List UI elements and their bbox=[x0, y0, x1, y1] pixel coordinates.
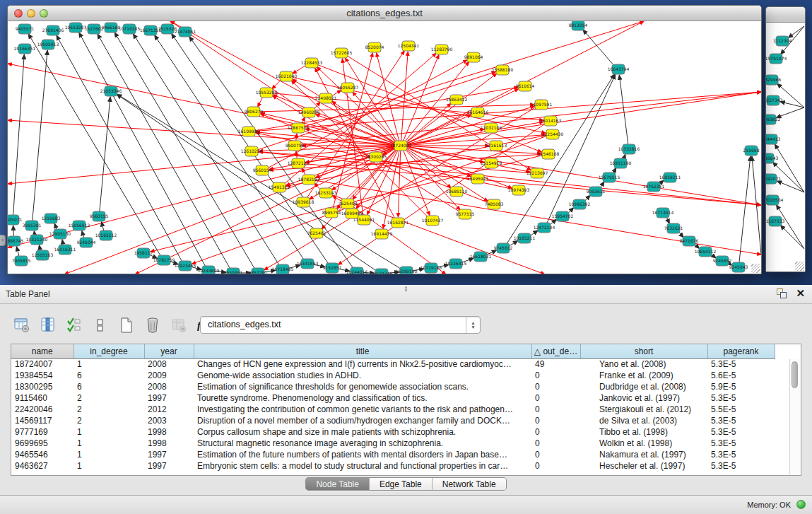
table-cell[interactable]: 2003 bbox=[144, 415, 194, 426]
table-cell[interactable]: Estimation of the future numbers of pati… bbox=[194, 449, 531, 460]
table-cell[interactable]: Estimation of significance thresholds fo… bbox=[194, 381, 531, 392]
delete-table-icon[interactable] bbox=[170, 316, 188, 334]
table-cell[interactable]: 2009 bbox=[144, 370, 194, 381]
table-cell[interactable]: 5.3E-5 bbox=[707, 415, 775, 426]
background-network-window[interactable]: 1112304157510749329966922734312093822124… bbox=[765, 6, 806, 272]
table-cell[interactable]: 14569117 bbox=[11, 415, 73, 426]
table-cell[interactable]: Structural magnetic resonance image aver… bbox=[194, 438, 531, 449]
table-cell[interactable]: Tibbo et al. (1998) bbox=[580, 426, 707, 438]
table-cell[interactable]: 0 bbox=[531, 415, 580, 426]
table-cell[interactable]: Nakamura et al. (1997) bbox=[580, 449, 707, 460]
table-cell[interactable]: 1 bbox=[73, 438, 144, 449]
table-cell[interactable]: 5.5E-5 bbox=[707, 404, 775, 415]
table-cell[interactable]: 0 bbox=[531, 392, 580, 404]
table-cell[interactable]: Disruption of a novel member of a sodium… bbox=[194, 415, 531, 426]
table-cell[interactable]: Dudbridge et al. (2008) bbox=[580, 381, 707, 392]
table-cell[interactable]: 6 bbox=[73, 381, 144, 392]
background-window-titlebar[interactable] bbox=[766, 7, 805, 23]
table-cell[interactable]: 1 bbox=[73, 426, 144, 438]
table-cell[interactable]: Jankovic et al. (1997) bbox=[580, 392, 707, 404]
network-canvas[interactable]: 1872400718300295122544301154610812213097… bbox=[8, 21, 761, 274]
close-panel-icon[interactable]: ✕ bbox=[796, 288, 805, 299]
table-cell[interactable]: 5.3E-5 bbox=[707, 449, 775, 460]
table-cell[interactable]: Hescheler et al. (1997) bbox=[580, 460, 707, 472]
table-cell[interactable]: 5.3E-5 bbox=[707, 358, 775, 370]
scrollbar-thumb[interactable] bbox=[792, 361, 798, 388]
table-cell[interactable]: 1997 bbox=[144, 392, 194, 404]
table-cell[interactable]: 2012 bbox=[144, 404, 194, 415]
trash-icon[interactable] bbox=[143, 316, 162, 334]
table-cell[interactable]: 2 bbox=[73, 415, 144, 426]
table-cell[interactable]: 18300295 bbox=[11, 381, 73, 392]
background-network-canvas[interactable]: 1112304157510749329966922734312093822124… bbox=[766, 23, 805, 271]
table-cell[interactable]: 1 bbox=[73, 460, 144, 472]
table-cell[interactable]: 5.3E-5 bbox=[707, 460, 775, 472]
table-cell[interactable]: 2008 bbox=[144, 358, 194, 370]
tab-network-table[interactable]: Network Table bbox=[433, 478, 506, 490]
table-cell[interactable]: 5.3E-5 bbox=[707, 438, 775, 449]
table-cell[interactable]: 0 bbox=[531, 370, 580, 381]
table-cell[interactable]: 1998 bbox=[144, 438, 194, 449]
column-header-2[interactable]: year bbox=[144, 344, 194, 358]
table-settings-icon[interactable] bbox=[13, 316, 31, 334]
table-cell[interactable]: 5.3E-5 bbox=[707, 426, 775, 438]
tab-edge-table[interactable]: Edge Table bbox=[370, 478, 433, 490]
table-cell[interactable]: 6 bbox=[73, 370, 144, 381]
table-cell[interactable]: Investigating the contribution of common… bbox=[194, 404, 531, 415]
resize-grip[interactable] bbox=[795, 262, 804, 271]
network-view[interactable]: 1872400718300295122544301154610812213097… bbox=[8, 21, 761, 274]
table-cell[interactable]: 49 bbox=[531, 358, 580, 370]
clear-selection-icon[interactable] bbox=[91, 316, 110, 334]
column-header-3[interactable]: title bbox=[194, 344, 531, 358]
column-header-1[interactable]: in_degree bbox=[73, 344, 144, 358]
memory-status-icon[interactable] bbox=[796, 500, 806, 509]
table-cell[interactable]: 1998 bbox=[144, 426, 194, 438]
table-cell[interactable]: de Silva et al. (2003) bbox=[580, 415, 707, 426]
table-cell[interactable]: 1 bbox=[73, 449, 144, 460]
table-cell[interactable]: 2 bbox=[73, 392, 144, 404]
table-cell[interactable]: 9463627 bbox=[11, 460, 73, 472]
table-cell[interactable]: 1997 bbox=[144, 449, 194, 460]
table-cell[interactable]: 0 bbox=[531, 449, 580, 460]
new-document-icon[interactable] bbox=[117, 316, 136, 334]
table-cell[interactable]: 0 bbox=[531, 460, 580, 472]
table-cell[interactable]: 0 bbox=[531, 438, 580, 449]
show-columns-icon[interactable] bbox=[39, 316, 57, 334]
table-cell[interactable]: Stergiakouli et al. (2012) bbox=[580, 404, 707, 415]
column-header-6[interactable]: pagerank bbox=[707, 344, 775, 358]
table-cell[interactable]: 1997 bbox=[144, 460, 194, 472]
vertical-scrollbar[interactable] bbox=[789, 359, 800, 474]
table-cell[interactable]: Franke et al. (2009) bbox=[580, 370, 707, 381]
table-cell[interactable]: Tourette syndrome. Phenomenology and cla… bbox=[194, 392, 531, 404]
table-cell[interactable]: Changes of HCN gene expression and I(f) … bbox=[194, 358, 531, 370]
network-window[interactable]: citations_edges.txt 18724007183002951225… bbox=[7, 5, 762, 274]
table-cell[interactable]: 9777169 bbox=[11, 426, 73, 438]
table-cell[interactable]: 9465546 bbox=[11, 449, 73, 460]
table-cell[interactable]: 2008 bbox=[144, 381, 194, 392]
window-titlebar[interactable]: citations_edges.txt bbox=[8, 6, 761, 21]
column-header-0[interactable]: name bbox=[11, 344, 73, 358]
table-cell[interactable]: Wolkin et al. (1998) bbox=[580, 438, 707, 449]
select-all-checks-icon[interactable] bbox=[65, 316, 83, 334]
table-cell[interactable]: 9115460 bbox=[11, 392, 73, 404]
table-cell[interactable]: Embryonic stem cells: a model to study s… bbox=[194, 460, 531, 472]
table-cell[interactable]: 1 bbox=[73, 358, 144, 370]
table-cell[interactable]: 19384554 bbox=[11, 370, 73, 381]
table-cell[interactable]: 0 bbox=[531, 404, 580, 415]
table-cell[interactable]: 0 bbox=[531, 426, 580, 438]
table-cell[interactable]: 22420046 bbox=[11, 404, 73, 415]
float-panel-icon[interactable] bbox=[776, 288, 787, 299]
table-cell[interactable]: 18724007 bbox=[11, 358, 73, 370]
resize-grip[interactable] bbox=[751, 264, 760, 273]
background-window-canvas[interactable]: 1112304157510749329966922734312093822124… bbox=[766, 23, 805, 271]
table-selector-dropdown[interactable]: citations_edges.txt ▲▼ bbox=[200, 316, 481, 334]
tab-node-table[interactable]: Node Table bbox=[306, 478, 370, 490]
table-cell[interactable]: 5.9E-5 bbox=[707, 381, 775, 392]
table-cell[interactable]: 5.3E-5 bbox=[707, 392, 775, 404]
table-cell[interactable]: Yano et al. (2008) bbox=[580, 358, 707, 370]
table-cell[interactable]: 2 bbox=[73, 404, 144, 415]
panel-collapse-notch[interactable]: › bbox=[0, 235, 6, 246]
table-cell[interactable]: Corpus callosum shape and size in male p… bbox=[194, 426, 531, 438]
table-cell[interactable]: Genome-wide association studies in ADHD. bbox=[194, 370, 531, 381]
table-cell[interactable]: 5.6E-5 bbox=[707, 370, 775, 381]
